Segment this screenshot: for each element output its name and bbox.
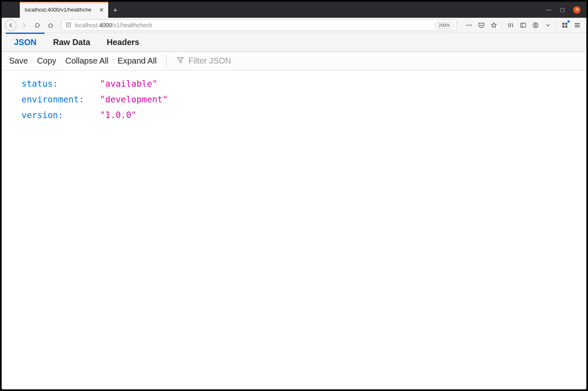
svg-rect-9 — [562, 26, 564, 28]
filter-input[interactable] — [188, 56, 312, 66]
url-bar[interactable]: localhost:4000/v1/healthcheck 200% — [61, 19, 457, 31]
filter-icon — [177, 56, 184, 66]
tab-title: localhost:4000/v1/healthche — [25, 7, 96, 13]
forward-button — [18, 19, 30, 31]
svg-rect-4 — [521, 23, 526, 27]
json-row: status: "available" — [21, 76, 586, 92]
svg-rect-7 — [562, 23, 564, 25]
expand-all-button[interactable]: Expand All — [118, 56, 157, 66]
svg-point-3 — [471, 25, 472, 26]
json-value: "development" — [100, 92, 168, 108]
tab-raw-data[interactable]: Raw Data — [45, 33, 98, 51]
zoom-badge[interactable]: 200% — [435, 22, 454, 28]
tab-json[interactable]: JSON — [6, 33, 45, 51]
sidebar-icon[interactable] — [517, 19, 529, 31]
maximize-icon[interactable]: ▢ — [560, 7, 565, 12]
viewer-tabs: JSON Raw Data Headers — [2, 33, 586, 52]
close-window-icon[interactable]: ✕ — [573, 6, 581, 14]
svg-point-2 — [469, 25, 470, 26]
json-value: "available" — [100, 76, 157, 92]
viewer-toolbar: Save Copy Collapse All Expand All — [2, 52, 586, 71]
window-controls: — ▢ ✕ — [546, 2, 586, 18]
tab-strip: localhost:4000/v1/healthche ✕ ＋ — ▢ ✕ — [2, 2, 586, 18]
account-icon[interactable] — [530, 19, 541, 31]
navbar: localhost:4000/v1/healthcheck 200% — [2, 18, 586, 33]
copy-button[interactable]: Copy — [37, 56, 57, 66]
json-value: "1.0.0" — [100, 108, 137, 123]
back-button[interactable] — [5, 19, 17, 31]
json-body: status: "available" environment: "develo… — [2, 71, 586, 389]
pocket-icon[interactable] — [476, 19, 487, 31]
svg-rect-0 — [66, 23, 71, 27]
json-key: version: — [21, 108, 100, 123]
collapse-all-button[interactable]: Collapse All — [65, 56, 109, 66]
svg-rect-8 — [565, 23, 567, 25]
json-key: status: — [21, 76, 100, 92]
library-icon[interactable] — [505, 19, 517, 31]
url-text: localhost:4000/v1/healthcheck — [75, 22, 432, 28]
save-button[interactable]: Save — [9, 56, 28, 66]
close-tab-icon[interactable]: ✕ — [98, 7, 105, 13]
overflow-icon[interactable] — [542, 19, 554, 31]
reload-button[interactable] — [31, 19, 43, 31]
json-key: environment: — [21, 92, 100, 108]
svg-rect-10 — [565, 26, 567, 28]
toolbar-separator — [166, 56, 167, 66]
more-actions-icon[interactable] — [463, 19, 475, 31]
json-row: environment: "development" — [21, 92, 586, 108]
minimize-icon[interactable]: — — [546, 7, 552, 12]
bookmark-star-icon[interactable] — [488, 19, 500, 31]
extension-icon[interactable] — [559, 19, 571, 31]
browser-tab[interactable]: localhost:4000/v1/healthche ✕ — [20, 2, 108, 18]
svg-point-1 — [467, 25, 468, 26]
json-row: version: "1.0.0" — [21, 108, 586, 123]
page-info-icon[interactable] — [66, 22, 71, 29]
home-button[interactable] — [45, 19, 56, 31]
menu-icon[interactable] — [571, 19, 583, 31]
tab-headers[interactable]: Headers — [99, 33, 148, 51]
svg-point-6 — [535, 24, 536, 26]
new-tab-button[interactable]: ＋ — [108, 2, 122, 18]
